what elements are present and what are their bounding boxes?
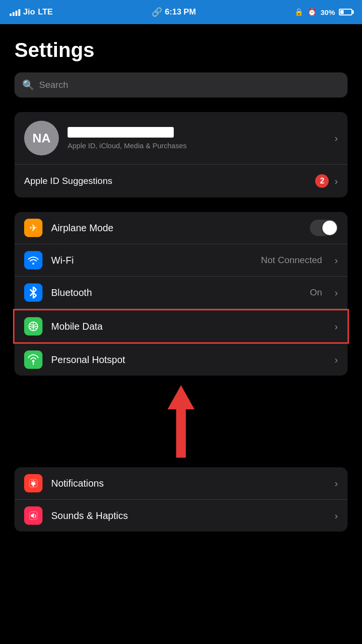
sounds-haptics-label: Sounds & Haptics (51, 510, 326, 521)
page-title: Settings (14, 39, 348, 62)
airplane-mode-icon: ✈ (24, 219, 42, 237)
mobile-data-row[interactable]: Mobile Data › (13, 309, 349, 344)
notification-settings-group: Notifications › Sounds & Haptics › (14, 467, 348, 532)
account-name-redacted (68, 127, 174, 138)
status-bar: Jio LTE 🔗 6:13 PM 🔒 ⏰ 30% (0, 0, 362, 24)
avatar: NA (24, 121, 59, 155)
notifications-label: Notifications (51, 478, 326, 489)
account-chevron: › (334, 133, 338, 144)
mobile-data-chevron: › (334, 321, 338, 332)
arrow-head (167, 385, 195, 409)
bluetooth-icon (24, 283, 42, 302)
signal-bars (10, 8, 20, 16)
search-placeholder: Search (39, 80, 68, 90)
notifications-chevron: › (334, 478, 338, 489)
suggestions-badge: 2 (315, 174, 329, 188)
carrier-label: Jio (23, 7, 35, 17)
bluetooth-row[interactable]: Bluetooth On › (14, 277, 348, 309)
bluetooth-label: Bluetooth (51, 287, 301, 298)
wifi-row[interactable]: Wi-Fi Not Connected › (14, 244, 348, 277)
bluetooth-value: On (310, 287, 322, 298)
airplane-mode-row[interactable]: ✈ Airplane Mode (14, 212, 348, 244)
account-section: NA Apple ID, iCloud, Media & Purchases ›… (14, 112, 348, 197)
link-icon: 🔗 (152, 7, 162, 17)
sounds-haptics-chevron: › (334, 510, 338, 521)
suggestions-label: Apple ID Suggestions (24, 176, 315, 186)
personal-hotspot-row[interactable]: Personal Hotspot › (14, 344, 348, 376)
settings-page: Settings 🔍 Search NA Apple ID, iCloud, M… (0, 24, 362, 541)
annotation-arrow (14, 376, 348, 462)
time-display: 6:13 PM (165, 7, 196, 17)
svg-point-6 (33, 486, 34, 487)
suggestions-chevron: › (334, 176, 338, 187)
status-left: Jio LTE (10, 7, 53, 17)
search-bar[interactable]: 🔍 Search (14, 72, 348, 98)
battery-percent: 30% (320, 8, 335, 16)
account-info: Apple ID, iCloud, Media & Purchases (68, 127, 326, 150)
notifications-row[interactable]: Notifications › (14, 467, 348, 500)
search-icon: 🔍 (22, 79, 34, 91)
mobile-data-icon (24, 317, 42, 336)
battery-fill (340, 10, 344, 14)
battery-indicator (339, 9, 352, 15)
status-right: 🔒 ⏰ 30% (294, 8, 352, 16)
wifi-icon (24, 251, 42, 269)
hotspot-chevron: › (334, 354, 338, 365)
alarm-icon: ⏰ (307, 8, 317, 16)
notifications-icon (24, 474, 42, 492)
account-subtitle: Apple ID, iCloud, Media & Purchases (68, 141, 326, 150)
sounds-icon (24, 506, 42, 525)
sounds-haptics-row[interactable]: Sounds & Haptics › (14, 500, 348, 532)
network-type: LTE (38, 7, 53, 17)
hotspot-icon (24, 350, 42, 369)
wifi-label: Wi-Fi (51, 255, 252, 266)
lock-icon: 🔒 (294, 8, 304, 16)
wifi-chevron: › (334, 255, 338, 266)
status-center: 🔗 6:13 PM (152, 7, 196, 17)
bluetooth-chevron: › (334, 287, 338, 298)
suggestions-row[interactable]: Apple ID Suggestions 2 › (14, 165, 348, 197)
mobile-data-label: Mobile Data (51, 321, 326, 332)
connectivity-settings-group: ✈ Airplane Mode Wi-Fi Not Connected › (14, 212, 348, 376)
account-row[interactable]: NA Apple ID, iCloud, Media & Purchases › (14, 112, 348, 165)
arrow-shaft (176, 409, 186, 458)
wifi-value: Not Connected (261, 255, 322, 266)
airplane-mode-toggle[interactable] (310, 220, 338, 236)
toggle-knob (322, 221, 337, 235)
hotspot-label: Personal Hotspot (51, 354, 326, 365)
airplane-mode-label: Airplane Mode (51, 223, 301, 234)
svg-rect-5 (32, 484, 35, 486)
